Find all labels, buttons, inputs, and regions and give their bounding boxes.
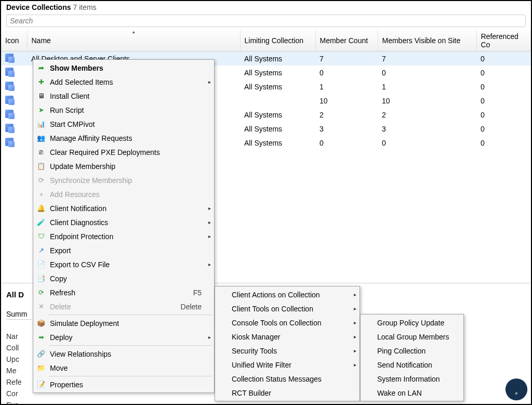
affinity-icon: 👥 [36,134,46,143]
menu-client-notification[interactable]: 🔔Client Notification▸ [33,201,214,215]
refresh-icon: ⟳ [36,288,46,297]
menu-move[interactable]: 📁Move [33,361,214,375]
menu-separator [49,315,212,315]
svg-point-0 [506,378,527,400]
menu-simulate-deployment[interactable]: 📦Simulate Deployment [33,316,214,330]
submenu-client-actions[interactable]: Client Actions on Collection▸ [215,288,360,302]
svg-text:P: P [515,391,517,395]
col-icon[interactable]: Icon [1,30,27,51]
pxe-icon: ⎚ [36,148,46,157]
chevron-right-icon: ▸ [354,362,356,368]
plus-icon: ✚ [36,77,46,87]
submenu-security-tools[interactable]: Security Tools▸ [215,344,360,358]
collection-icon [5,138,14,146]
submenu-send-notification[interactable]: Send Notification [361,358,463,372]
chevron-right-icon: ▸ [354,348,356,354]
collection-icon [5,68,14,76]
menu-client-diagnostics[interactable]: 🧪Client Diagnostics▸ [33,215,214,229]
add-resource-icon: ＋ [36,190,46,199]
chevron-right-icon: ▸ [208,334,211,340]
menu-refresh[interactable]: ⟳RefreshF5 [33,285,214,299]
relationships-icon: 🔗 [36,349,46,359]
col-name[interactable]: Name [27,30,240,51]
col-member[interactable]: Member Count [315,30,378,51]
submenu-system-information[interactable]: System Information [361,372,463,386]
deploy-icon: ➡ [36,333,46,342]
chevron-right-icon: ▸ [208,219,211,225]
menu-export-csv[interactable]: 📄Export to CSV File▸ [33,257,214,271]
submenu-status-messages[interactable]: Collection Status Messages [215,372,360,386]
submenu-local-group-members[interactable]: Local Group Members [361,330,463,344]
item-count: 7 items [73,3,97,11]
menu-show-members[interactable]: ➦Show Members [33,61,214,75]
details-header: All D [6,290,24,299]
col-ref[interactable]: Referenced Co [476,30,531,51]
search-container [6,15,526,27]
menu-properties[interactable]: 📝Properties [33,377,214,391]
cell-visible: 7 [378,51,476,66]
chevron-right-icon: ▸ [354,292,356,297]
menu-install-client[interactable]: 🖥Install Client [33,89,214,103]
submenu-ping-collection[interactable]: Ping Collection [361,344,463,358]
collection-icon [5,110,14,118]
submenu-rct-builder[interactable]: RCT Builder [215,386,360,400]
update-icon: 📋 [36,162,46,171]
install-icon: 🖥 [36,92,46,101]
cell-ref: 0 [476,51,531,66]
header-bar: Device Collections 7 items [1,1,531,14]
menu-add-resources: ＋Add Resources [33,187,214,201]
submenu-gp-update[interactable]: Group Policy Update [361,316,463,330]
shield-icon: 🛡 [36,232,46,241]
collection-icon [5,54,14,62]
menu-add-selected[interactable]: ✚Add Selected Items▸ [33,75,214,89]
menu-separator [49,376,212,376]
chevron-right-icon: ▸ [208,79,211,85]
diagnostics-icon: 🧪 [36,218,46,227]
copy-icon: 📑 [36,274,46,283]
properties-icon: 📝 [36,380,46,389]
menu-delete: ✕DeleteDelete [33,299,214,313]
menu-update-membership[interactable]: 📋Update Membership [33,159,214,173]
submenu-uwf[interactable]: Unified Write Filter▸ [215,358,360,372]
menu-sync-membership: ⟳Synchronize Membership [33,173,214,187]
collection-icon [5,96,14,104]
run-icon: ➤ [36,106,46,115]
chevron-right-icon: ▸ [208,262,211,267]
menu-manage-affinity[interactable]: 👥Manage Affinity Requests [33,131,214,145]
export-icon: ↗ [36,246,46,255]
submenu-kiosk-manager[interactable]: Kiosk Manager▸ [215,330,360,344]
pivot-icon: 📊 [36,120,46,129]
menu-clear-pxe[interactable]: ⎚Clear Required PXE Deployments [33,145,214,159]
cell-limiting: All Systems [240,51,315,66]
chevron-right-icon: ▸ [354,334,356,339]
chevron-right-icon: ▸ [354,320,356,325]
chevron-right-icon: ▸ [354,306,356,311]
submenu-wake-on-lan[interactable]: Wake on LAN [361,386,463,400]
menu-export[interactable]: ↗Export [33,243,214,257]
collection-icon [5,124,14,132]
context-menu: ➦Show Members ✚Add Selected Items▸ 🖥Inst… [33,59,215,393]
search-input[interactable] [6,15,526,27]
move-icon: 📁 [36,363,46,373]
menu-endpoint-protection[interactable]: 🛡Endpoint Protection▸ [33,229,214,243]
menu-deploy[interactable]: ➡Deploy▸ [33,330,214,344]
menu-start-cmpivot[interactable]: 📊Start CMPivot [33,117,214,131]
submenu-console-tools: Group Policy Update Local Group Members … [360,314,464,401]
export-csv-icon: 📄 [36,260,46,269]
menu-view-relationships[interactable]: 🔗View Relationships [33,347,214,361]
simulate-icon: 📦 [36,319,46,328]
col-visible[interactable]: Members Visible on Site [378,30,476,51]
chevron-right-icon: ▸ [208,205,211,211]
menu-separator [49,345,212,346]
arrow-right-icon: ➦ [36,63,46,73]
col-limiting[interactable]: Limiting Collection [240,30,315,51]
menu-run-script[interactable]: ➤Run Script [33,103,214,117]
menu-copy[interactable]: 📑Copy [33,271,214,285]
submenu-console-tools[interactable]: Console Tools on Collection▸ [215,316,360,330]
details-labels: Nar Coll Upc Me Refe Cor Eva [6,331,22,405]
submenu-client-tools[interactable]: Client Tools on Collection▸ [215,302,360,316]
page-title: Device Collections [6,3,71,11]
collection-icon [5,82,14,90]
sync-icon: ⟳ [36,176,46,185]
details-summary: Summ [6,310,32,320]
